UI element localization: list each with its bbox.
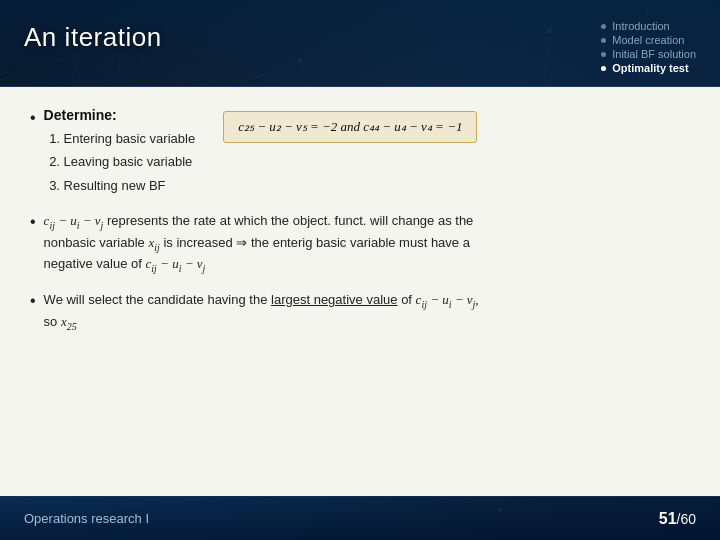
formula-text: c₂₅ − u₂ − v₅ = −2 and c₄₄ − u₄ − v₄ = −… <box>238 119 462 135</box>
nav-bullet <box>601 38 606 43</box>
bullet-1: • Determine: Entering basic variable Lea… <box>30 107 690 197</box>
math-xij: xij <box>148 235 159 250</box>
numbered-list: Entering basic variable Leaving basic va… <box>44 127 196 197</box>
math-cij-uv: cij − ui − vj <box>146 256 206 271</box>
bullet-3-underline: largest negative value <box>271 292 397 307</box>
determine-row: Determine: Entering basic variable Leavi… <box>44 107 478 197</box>
section-bullet2: • cij − ui − vj represents the rate at w… <box>30 211 690 276</box>
nav-label: Model creation <box>612 34 684 46</box>
bullet-2: • cij − ui − vj represents the rate at w… <box>30 211 690 276</box>
determine-label: Determine: <box>44 107 196 123</box>
bullet-3-content: We will select the candidate having the … <box>44 290 479 333</box>
bullet-3: • We will select the candidate having th… <box>30 290 690 333</box>
slide-footer: Operations research I 51/60 <box>0 496 720 540</box>
bullet-3-text-2: of <box>401 292 415 307</box>
math-cij: cij − ui − vj <box>44 213 104 228</box>
math-cij-uv-2: cij − ui − vj, <box>416 292 479 307</box>
list-item-1: Entering basic variable <box>64 127 196 150</box>
bullet-2-text-4: negative value of <box>44 256 146 271</box>
list-item-2: Leaving basic variable <box>64 150 196 173</box>
slide-title: An iteration <box>24 22 162 53</box>
footer-page-total: 60 <box>680 511 696 527</box>
bullet-3-text-1: We will select the candidate having the <box>44 292 271 307</box>
footer-page-number: 51/60 <box>659 510 696 528</box>
section-bullet3: • We will select the candidate having th… <box>30 290 690 333</box>
footer-course-title: Operations research I <box>24 511 149 526</box>
section-determine: • Determine: Entering basic variable Lea… <box>30 107 690 197</box>
bullet-dot-2: • <box>30 212 36 233</box>
presentation-slide: An iteration Introduction Model creation… <box>0 0 720 540</box>
nav-item-model-creation: Model creation <box>601 34 684 46</box>
list-item-3: Resulting new BF <box>64 174 196 197</box>
bullet-3-text-3: so <box>44 314 61 329</box>
nav-label: Initial BF solution <box>612 48 696 60</box>
bullet-2-text-2: nonbasic variable <box>44 235 149 250</box>
formula-box: c₂₅ − u₂ − v₅ = −2 and c₄₄ − u₄ − v₄ = −… <box>223 111 477 143</box>
nav-bullet <box>601 52 606 57</box>
navigation-menu: Introduction Model creation Initial BF s… <box>601 20 696 74</box>
bullet-2-text-3: is increased ⇒ the enterig basic variabl… <box>163 235 470 250</box>
bullet-2-content: cij − ui − vj represents the rate at whi… <box>44 211 474 276</box>
footer-page-current: 51 <box>659 510 677 527</box>
bullet-1-content: Determine: Entering basic variable Leavi… <box>44 107 478 197</box>
math-x25: x25 <box>61 314 77 329</box>
slide-header: An iteration Introduction Model creation… <box>0 0 720 87</box>
nav-item-optimality-test: Optimality test <box>601 62 688 74</box>
bullet-dot-1: • <box>30 108 36 129</box>
nav-bullet <box>601 24 606 29</box>
nav-label: Introduction <box>612 20 669 32</box>
nav-item-introduction: Introduction <box>601 20 669 32</box>
slide-content: • Determine: Entering basic variable Lea… <box>0 87 720 496</box>
nav-bullet-active <box>601 66 606 71</box>
bullet-dot-3: • <box>30 291 36 312</box>
nav-label-active: Optimality test <box>612 62 688 74</box>
nav-item-initial-bf: Initial BF solution <box>601 48 696 60</box>
determine-text: Determine: Entering basic variable Leavi… <box>44 107 196 197</box>
bullet-2-text-1: represents the rate at which the object.… <box>107 213 473 228</box>
